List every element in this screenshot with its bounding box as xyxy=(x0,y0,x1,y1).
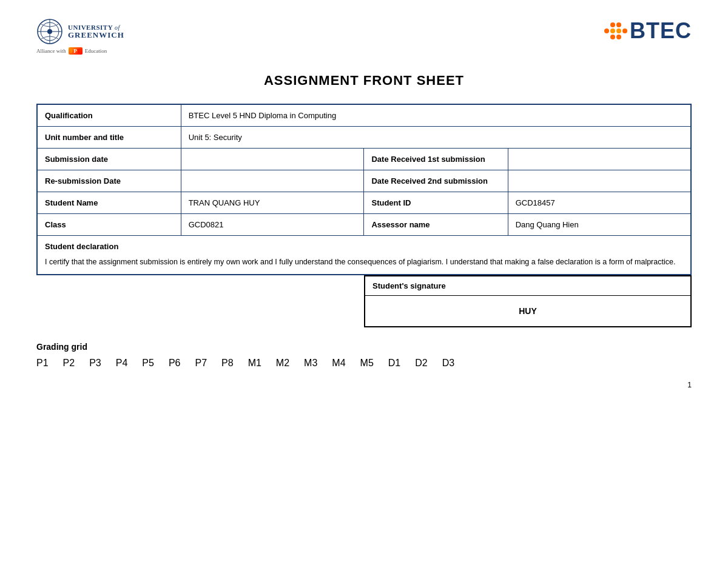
btec-dots-icon xyxy=(604,22,627,39)
grade-item-p8: P8 xyxy=(221,358,234,369)
grade-item-p7: P7 xyxy=(195,358,207,369)
qualification-row: Qualification BTEC Level 5 HND Diploma i… xyxy=(37,104,691,127)
student-name-row: Student Name TRAN QUANG HUY Student ID G… xyxy=(37,192,691,214)
grade-item-m3: M3 xyxy=(304,358,317,369)
qualification-value: BTEC Level 5 HND Diploma in Computing xyxy=(181,104,691,127)
date-received-2-value xyxy=(508,170,691,192)
unit-label: Unit number and title xyxy=(37,127,181,149)
grade-item-p5: P5 xyxy=(142,358,154,369)
date-received-1-value xyxy=(508,149,691,170)
grade-item-p4: P4 xyxy=(116,358,128,369)
page-number: 1 xyxy=(36,381,692,389)
grade-item-p2: P2 xyxy=(63,358,75,369)
submission-value xyxy=(181,149,364,170)
unit-row: Unit number and title Unit 5: Security xyxy=(37,127,691,149)
class-label: Class xyxy=(37,214,181,236)
grading-title: Grading grid xyxy=(36,342,692,352)
declaration-heading: Student declaration xyxy=(45,242,683,251)
signature-label: Student's signature xyxy=(365,276,690,296)
unit-value: Unit 5: Security xyxy=(181,127,691,149)
class-value: GCD0821 xyxy=(181,214,364,236)
resubmission-row: Re-submission Date Date Received 2nd sub… xyxy=(37,170,691,192)
grading-section: Grading grid P1P2P3P4P5P6P7P8M1M2M3M4M5D… xyxy=(36,342,692,369)
resubmission-value xyxy=(181,170,364,192)
grade-item-p3: P3 xyxy=(89,358,101,369)
page-header: UNIVERSITY of GREENWICH Alliance with FP… xyxy=(36,18,692,55)
student-id-label: Student ID xyxy=(364,192,508,214)
grade-item-d2: D2 xyxy=(415,358,427,369)
grade-item-p1: P1 xyxy=(36,358,49,369)
grade-item-m2: M2 xyxy=(276,358,289,369)
student-id-value: GCD18457 xyxy=(508,192,691,214)
date-received-2-label: Date Received 2nd submission xyxy=(364,170,508,192)
fpt-logo: FPT xyxy=(69,47,83,55)
page-title: ASSIGNMENT FRONT SHEET xyxy=(36,73,692,89)
greenwich-emblem-icon xyxy=(36,18,63,45)
btec-logo: BTEC xyxy=(604,18,692,44)
grading-grid: P1P2P3P4P5P6P7P8M1M2M3M4M5D1D2D3 xyxy=(36,358,692,369)
qualification-label: Qualification xyxy=(37,104,181,127)
student-name-value: TRAN QUANG HUY xyxy=(181,192,364,214)
signature-box: Student's signature HUY xyxy=(364,275,692,327)
declaration-cell: Student declaration I certify that the a… xyxy=(37,236,691,275)
greenwich-label: GREENWICH xyxy=(68,31,124,39)
sig-left-spacer xyxy=(36,275,364,327)
grade-item-m5: M5 xyxy=(360,358,374,369)
grade-item-m4: M4 xyxy=(332,358,345,369)
declaration-row: Student declaration I certify that the a… xyxy=(37,236,691,275)
grade-item-p6: P6 xyxy=(169,358,181,369)
signature-value: HUY xyxy=(365,296,690,326)
greenwich-logo: UNIVERSITY of GREENWICH Alliance with FP… xyxy=(36,18,124,55)
resubmission-label: Re-submission Date xyxy=(37,170,181,192)
assignment-table: Qualification BTEC Level 5 HND Diploma i… xyxy=(36,104,692,275)
declaration-text: I certify that the assignment submission… xyxy=(45,256,683,268)
submission-label: Submission date xyxy=(37,149,181,170)
student-name-label: Student Name xyxy=(37,192,181,214)
assessor-label: Assessor name xyxy=(364,214,508,236)
btec-text: BTEC xyxy=(630,18,692,44)
alliance-text: Alliance with FPT Education xyxy=(36,47,107,55)
submission-row: Submission date Date Received 1st submis… xyxy=(37,149,691,170)
class-row: Class GCD0821 Assessor name Dang Quang H… xyxy=(37,214,691,236)
grade-item-m1: M1 xyxy=(248,358,261,369)
grade-item-d1: D1 xyxy=(388,358,400,369)
grade-item-d3: D3 xyxy=(442,358,454,369)
signature-area: Student's signature HUY xyxy=(36,275,692,327)
assessor-value: Dang Quang Hien xyxy=(508,214,691,236)
date-received-1-label: Date Received 1st submission xyxy=(364,149,508,170)
